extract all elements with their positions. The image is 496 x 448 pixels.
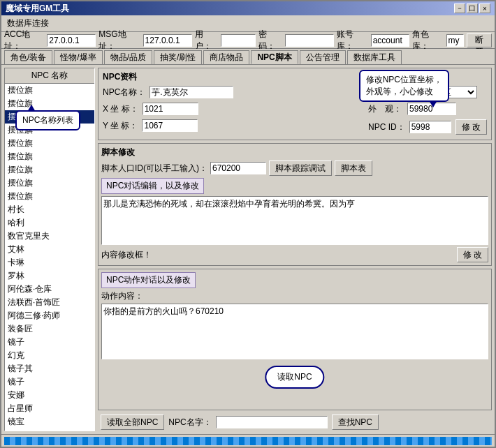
right-panel: NPC资料 NPC名称： X 坐 标： Y 坐 标： [98, 68, 492, 431]
bottom-bar: 读取全部NPC NPC名字： 查找NPC [98, 413, 492, 431]
tab-item[interactable]: 物品/品质 [104, 50, 152, 64]
debug-button[interactable]: 脚本跟踪调试 [269, 160, 332, 176]
pwd-input[interactable] [285, 34, 334, 47]
tab-costume[interactable]: 角色/装备 [4, 50, 52, 64]
y-coord-label: Y 坐 标： [103, 120, 138, 132]
npc-data-section: NPC资料 NPC名称： X 坐 标： Y 坐 标： [98, 68, 492, 140]
x-coord-input[interactable] [143, 103, 198, 115]
list-item[interactable]: 摆位旗 [5, 84, 94, 97]
acc-input[interactable] [47, 34, 96, 47]
tab-npc[interactable]: NPC脚本 [251, 50, 298, 64]
list-item[interactable]: 哈利 [5, 216, 94, 230]
tab-db[interactable]: 数据库工具 [347, 50, 402, 64]
account-input[interactable] [371, 34, 409, 47]
read-npc-callout-wrapper: 读取NPC [265, 366, 324, 389]
list-item[interactable]: 镜子其 [5, 362, 94, 375]
npc-list-header: NPC 名称 [5, 68, 94, 84]
npc-position-callout-wrapper: 修改NPC位置坐标，外观等，小心修改 [359, 70, 449, 102]
npc-id-row: NPC ID： 修 改 [368, 119, 487, 135]
main-area: NPC 名称 摆位旗 摆位旗 摆位旗 摆位旗 摆位旗 摆位旗 摆位旗 摆位旗 摆… [1, 65, 495, 434]
list-item[interactable]: 阿德三修·药师 [5, 309, 94, 322]
list-item[interactable]: 村长 [5, 203, 94, 216]
tab-announce[interactable]: 公告管理 [300, 50, 346, 64]
list-item[interactable]: 法联西·首饰匠 [5, 296, 94, 309]
tab-lottery[interactable]: 抽奖/刷怪 [154, 50, 202, 64]
window-controls: － 口 × [454, 3, 490, 13]
action-title: NPC动作对话以及修改 [101, 272, 196, 288]
read-all-button[interactable]: 读取全部NPC [101, 415, 164, 430]
disconnect-button[interactable]: 断开 [467, 33, 492, 47]
tab-bar: 角色/装备 怪物/爆率 物品/品质 抽奖/刷怪 商店物品 NPC脚本 公告管理 … [1, 49, 495, 65]
npc-list-panel: NPC 名称 摆位旗 摆位旗 摆位旗 摆位旗 摆位旗 摆位旗 摆位旗 摆位旗 摆… [4, 68, 95, 431]
npc-id-input[interactable] [409, 121, 451, 133]
npc-list-callout-wrapper: NPC名称列表 [15, 110, 80, 130]
list-item[interactable]: 摆位旗 [5, 150, 94, 163]
script-table-button[interactable]: 脚本表 [335, 160, 372, 176]
acc-bar: ACC地址： MSG地址： 用户： 密码： 账号库： 角色库： 断开 [1, 32, 495, 49]
script-id-label: 脚本人口ID(可以手工输入)： [101, 163, 207, 174]
x-coord-row: X 坐 标： [103, 103, 361, 115]
progress-bar [4, 437, 492, 445]
npc-list-body[interactable]: 摆位旗 摆位旗 摆位旗 摆位旗 摆位旗 摆位旗 摆位旗 摆位旗 摆位旗 村长 哈… [5, 84, 94, 431]
content-modify-label: 内容修改框！ [101, 249, 152, 261]
edit-label: NPC对话编辑，以及修改 [101, 178, 204, 194]
role-input[interactable] [446, 34, 464, 47]
restore-button[interactable]: 口 [467, 3, 478, 13]
status-bar [1, 434, 495, 447]
window-title: 魔域专用GM工具 [6, 3, 69, 15]
appearance-row: 外 观： [368, 103, 487, 115]
npc-position-callout: 修改NPC位置坐标，外观等，小心修改 [359, 70, 449, 102]
list-item[interactable]: 装备匠 [5, 322, 94, 336]
list-item[interactable]: 镜宝 [5, 415, 94, 428]
list-item[interactable]: 阿伦森·仓库 [5, 283, 94, 296]
list-item[interactable]: 镜子 [5, 336, 94, 349]
script-section: 脚本修改 脚本人口ID(可以手工输入)： 脚本跟踪调试 脚本表 NPC对话编辑，… [98, 143, 492, 266]
list-item[interactable]: 幻克 [5, 349, 94, 362]
list-item[interactable]: 艾林 [5, 243, 94, 256]
close-button[interactable]: × [479, 3, 490, 13]
x-coord-label: X 坐 标： [103, 103, 138, 115]
find-npc-button[interactable]: 查找NPC [332, 415, 379, 430]
script-id-input[interactable] [210, 162, 266, 174]
list-item[interactable]: 厄了 [5, 428, 94, 431]
script-edit-textarea[interactable]: 那儿是充满恐怖的死域，却在滚滚烈焰中孕育着光明的希冀。因为亨 [101, 196, 488, 245]
read-npc-callout: 读取NPC [265, 366, 324, 389]
main-window: 魔域专用GM工具 － 口 × 数据库连接 ACC地址： MSG地址： 用户： 密… [0, 0, 496, 448]
list-item[interactable]: 安娜 [5, 389, 94, 402]
list-item[interactable]: 摆位旗 [5, 137, 94, 150]
npc-name-label: NPC名字： [168, 417, 211, 428]
script-title: 脚本修改 [101, 147, 488, 158]
y-coord-input[interactable] [142, 119, 198, 132]
list-item[interactable]: 摆位旗 [5, 97, 94, 110]
list-item[interactable]: 罗林 [5, 269, 94, 283]
list-item[interactable]: 摆位旗 [5, 190, 94, 203]
minimize-button[interactable]: － [454, 3, 465, 13]
action-label: 动作内容： [101, 290, 488, 302]
list-item[interactable]: 摆位旗 [5, 177, 94, 190]
tab-shop[interactable]: 商店物品 [203, 50, 249, 64]
npc-name-input[interactable] [216, 416, 328, 428]
list-item[interactable]: 数官克里夫 [5, 230, 94, 243]
list-item[interactable]: 镜子 [5, 375, 94, 389]
npc-list-callout: NPC名称列表 [15, 110, 80, 130]
script-id-row: 脚本人口ID(可以手工输入)： 脚本跟踪调试 脚本表 [101, 160, 488, 176]
action-textarea[interactable]: 你指的是前方的火山吗？670210 [101, 304, 488, 359]
msg-input[interactable] [143, 34, 192, 47]
npc-id-label: NPC ID： [368, 121, 405, 133]
list-item[interactable]: 摆位旗 [5, 163, 94, 177]
title-bar: 魔域专用GM工具 － 口 × [1, 1, 495, 15]
npc-name-label: NPC名称： [103, 87, 145, 98]
tab-monster[interactable]: 怪物/爆率 [54, 50, 102, 64]
list-item[interactable]: 占星师 [5, 402, 94, 415]
npc-name-input[interactable] [149, 86, 233, 98]
appearance-label: 外 观： [368, 103, 403, 115]
script-modify-button[interactable]: 修 改 [457, 247, 488, 262]
npc-name-row: NPC名称： [103, 86, 361, 98]
action-section: NPC动作对话以及修改 动作内容： 你指的是前方的火山吗？670210 读取NP… [98, 269, 492, 410]
npc-modify-button[interactable]: 修 改 [455, 119, 487, 135]
user-input[interactable] [221, 34, 256, 47]
y-coord-row: Y 坐 标： [103, 119, 361, 132]
list-item[interactable]: 卡琳 [5, 256, 94, 269]
